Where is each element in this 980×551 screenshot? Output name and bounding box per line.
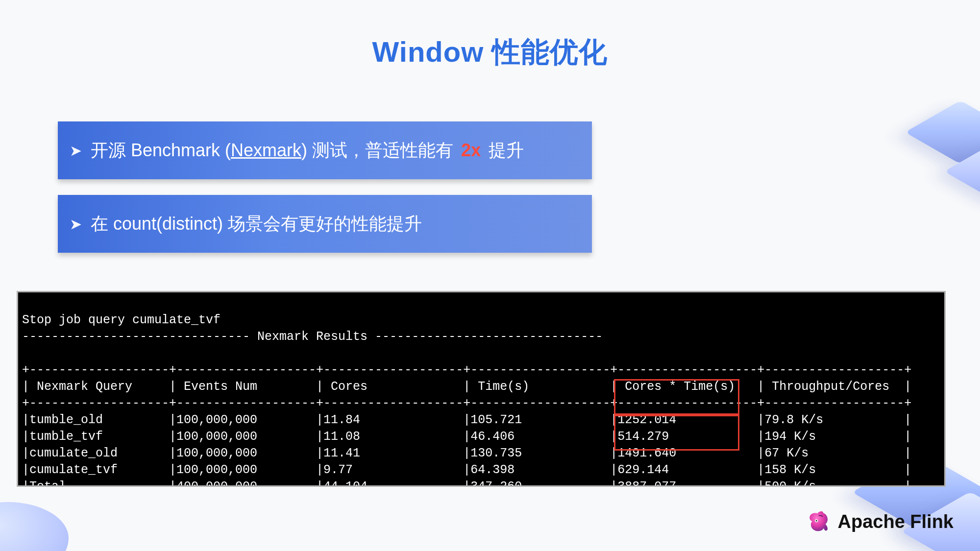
footer-brand: Apache Flink [804, 508, 954, 535]
terminal-rule: +-------------------+-------------------… [22, 363, 911, 377]
table-row: |tumble_old |100,000,000 |11.84 |105.721… [22, 413, 911, 427]
footer-brand-text: Apache Flink [838, 511, 954, 532]
terminal-rule: +-------------------+-------------------… [22, 396, 911, 410]
bullet-2-text: 在 count(distinct) 场景会有更好的性能提升 [91, 212, 422, 236]
flink-logo-icon [804, 508, 831, 535]
bullet-benchmark: ➤ 开源 Benchmark (Nexmark) 测试，普适性能有 2x 提升 [58, 121, 592, 179]
table-row: |Total |400,000,000 |44.104 |347.260 |38… [22, 479, 911, 487]
nexmark-link[interactable]: Nexmark [231, 140, 301, 160]
bullet-distinct: ➤ 在 count(distinct) 场景会有更好的性能提升 [58, 195, 592, 253]
slide-title: Window 性能优化 [0, 33, 980, 72]
bullet-1-emphasis: 2x [461, 140, 481, 160]
table-row: |cumulate_tvf |100,000,000 |9.77 |64.398… [22, 463, 911, 477]
table-row: |tumble_tvf |100,000,000 |11.08 |46.406 … [22, 430, 911, 444]
bullet-arrow-icon: ➤ [70, 142, 82, 159]
terminal-header: | Nexmark Query | Events Num | Cores | T… [22, 380, 911, 394]
terminal-banner: ------------------------------- Nexmark … [22, 330, 603, 344]
bullet-1-post: 提升 [484, 140, 524, 160]
bullet-arrow-icon: ➤ [70, 216, 82, 233]
table-row: |cumulate_old |100,000,000 |11.41 |130.7… [22, 446, 911, 460]
svg-point-1 [815, 520, 817, 522]
terminal-intro: Stop job query cumulate_tvf [22, 313, 220, 327]
decoration-top-right [882, 73, 980, 230]
bullet-1-text: 开源 Benchmark (Nexmark) 测试，普适性能有 2x 提升 [91, 139, 524, 163]
terminal-output: Stop job query cumulate_tvf ------------… [17, 291, 946, 487]
decoration-bottom-left [0, 482, 78, 551]
bullet-1-mid: ) 测试，普适性能有 [301, 140, 458, 160]
bullet-1-pre: 开源 Benchmark ( [91, 140, 231, 160]
